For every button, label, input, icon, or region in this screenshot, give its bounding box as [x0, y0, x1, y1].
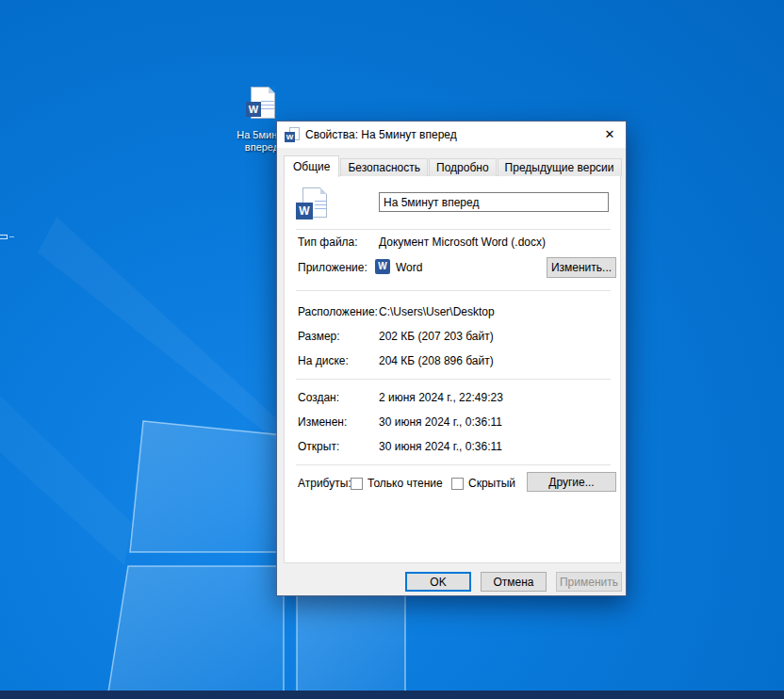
word-app-icon: W	[285, 127, 300, 142]
opens-with-value: Word	[396, 261, 422, 274]
created-value: 2 июня 2024 г., 22:49:23	[379, 391, 503, 404]
modified-label: Изменен:	[298, 415, 347, 429]
dialog-title: Свойства: На 5минут вперед	[305, 128, 457, 141]
other-attributes-button[interactable]: Другие...	[527, 472, 616, 492]
accessed-label: Открыт:	[298, 440, 339, 453]
hidden-label: Скрытый	[468, 477, 515, 490]
size-on-disk-row: На диске: 204 КБ (208 896 байт)	[285, 354, 620, 369]
modified-value: 30 июня 2024 г., 0:36:11	[379, 415, 502, 429]
location-label: Расположение:	[298, 305, 378, 318]
size-on-disk-value: 204 КБ (208 896 байт)	[379, 354, 494, 367]
word-app-small-icon: W	[375, 259, 390, 274]
file-type-value: Документ Microsoft Word (.docx)	[379, 236, 546, 249]
readonly-label: Только чтение	[368, 477, 443, 490]
separator	[296, 379, 611, 380]
tab-previous-versions[interactable]: Предыдущие версии	[498, 158, 622, 176]
tab-general[interactable]: Общие	[284, 155, 339, 177]
hidden-checkbox[interactable]	[451, 478, 464, 490]
tab-strip: Общие Безопасность Подробно Предыдущие в…	[284, 155, 623, 176]
filename-input[interactable]	[379, 192, 609, 212]
size-value: 202 КБ (207 203 байт)	[379, 330, 494, 343]
modified-row: Изменен: 30 июня 2024 г., 0:36:11	[285, 415, 620, 431]
separator	[296, 290, 611, 291]
word-letter-glyph: W	[246, 102, 261, 117]
opens-with-label: Приложение:	[298, 261, 368, 274]
word-document-icon: W	[246, 87, 278, 126]
separator	[296, 229, 611, 230]
tab-security[interactable]: Безопасность	[340, 158, 428, 176]
close-icon[interactable]: ✕	[594, 122, 626, 146]
ok-button[interactable]: OK	[405, 572, 471, 592]
size-label: Размер:	[298, 330, 340, 343]
tab-details[interactable]: Подробно	[429, 158, 497, 176]
separator	[296, 464, 611, 465]
attributes-label: Атрибуты:	[298, 477, 351, 490]
properties-dialog: W Свойства: На 5минут вперед ✕ Общие Без…	[276, 121, 627, 596]
stray-cursor-artifact	[0, 236, 7, 238]
accessed-value: 30 июня 2024 г., 0:36:11	[379, 440, 502, 453]
location-value: C:\Users\User\Desktop	[379, 305, 495, 318]
created-label: Создан:	[298, 391, 339, 404]
dialog-titlebar[interactable]: W Свойства: На 5минут вперед ✕	[277, 122, 626, 148]
word-file-icon: W	[296, 187, 330, 221]
readonly-checkbox[interactable]	[351, 478, 363, 490]
file-type-label: Тип файла:	[298, 236, 358, 249]
apply-button: Применить	[556, 572, 622, 592]
taskbar[interactable]	[0, 691, 784, 699]
general-tab-page: W Тип файла: Документ Microsoft Word (.d…	[284, 175, 621, 563]
change-app-button[interactable]: Изменить...	[547, 257, 616, 278]
cancel-button[interactable]: Отмена	[481, 572, 547, 592]
accessed-row: Открыт: 30 июня 2024 г., 0:36:11	[285, 440, 620, 455]
size-row: Размер: 202 КБ (207 203 байт)	[285, 330, 620, 345]
created-row: Создан: 2 июня 2024 г., 22:49:23	[285, 391, 620, 406]
size-on-disk-label: На диске:	[298, 354, 349, 367]
location-row: Расположение: C:\Users\User\Desktop	[285, 305, 620, 320]
file-type-row: Тип файла: Документ Microsoft Word (.doc…	[285, 236, 620, 251]
desktop: W На 5минут вперед W Свойства: На 5минут…	[0, 0, 784, 699]
